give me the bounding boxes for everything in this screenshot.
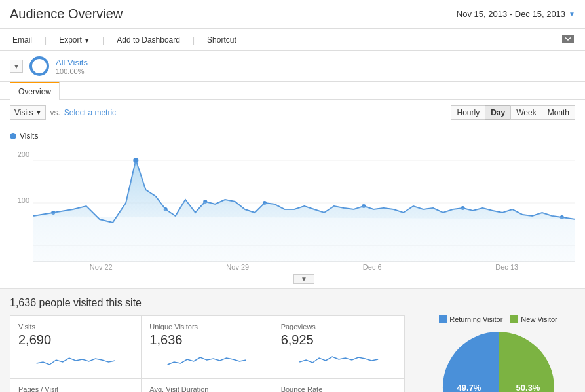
- chart-controls: Visits ▼ vs. Select a metric Hourly Day …: [0, 100, 585, 125]
- segment-toggle-button[interactable]: ▼: [10, 60, 23, 73]
- visits-legend-dot: [10, 133, 16, 139]
- select-metric-link[interactable]: Select a metric: [64, 108, 116, 117]
- tab-overview[interactable]: Overview: [10, 82, 60, 100]
- shortcut-button[interactable]: Shortcut: [204, 34, 239, 46]
- email-button[interactable]: Email: [10, 34, 35, 46]
- x-label-nov29: Nov 29: [226, 263, 249, 271]
- new-label: New Visitor: [521, 315, 557, 323]
- metric-avg-duration: Avg. Visit Duration 00:03:38: [142, 379, 273, 392]
- metric-unique-value: 1,636: [149, 332, 264, 347]
- new-color: [510, 315, 518, 323]
- metric-unique: Unique Visitors 1,636: [142, 316, 273, 379]
- metric-pageviews-label: Pageviews: [281, 323, 396, 330]
- metric-visits-label: Visits: [18, 323, 133, 330]
- pie-section: Returning Visitor New Visitor: [418, 315, 575, 392]
- date-range-arrow-icon[interactable]: ▼: [569, 10, 575, 18]
- overview-tab-bar: Overview: [0, 82, 585, 100]
- pie-chart: 49.7% 50.3%: [440, 329, 557, 392]
- page-title: Audience Overview: [10, 7, 123, 22]
- metric-pages-visit-label: Pages / Visit: [18, 385, 133, 392]
- chart-legend: Visits: [10, 132, 575, 141]
- metric-visits: Visits 2,690: [10, 316, 142, 379]
- metric-pageviews-value: 6,925: [281, 332, 396, 347]
- visits-chart: [33, 144, 575, 262]
- chart-scroll-button[interactable]: ▼: [293, 274, 314, 284]
- toolbar-separator-1: |: [45, 35, 47, 45]
- segment-percentage: 100.00%: [56, 67, 88, 75]
- chart-container: Visits 200 100: [0, 125, 585, 262]
- metrics-table: Visits 2,690 Unique Visitors 1,636 Pagev…: [10, 315, 405, 392]
- pie-chart-container: 49.7% 50.3%: [421, 329, 575, 392]
- toolbar: Email | Export ▼ | Add to Dashboard | Sh…: [0, 29, 585, 51]
- returning-legend: Returning Visitor: [439, 315, 502, 323]
- metric-pageviews: Pageviews 6,925: [273, 316, 404, 379]
- returning-color: [439, 315, 447, 323]
- metric-visits-value: 2,690: [18, 332, 133, 347]
- month-button[interactable]: Month: [542, 105, 575, 120]
- x-axis: Nov 22 Nov 29 Dec 6 Dec 13: [0, 262, 585, 272]
- metric-dropdown[interactable]: Visits ▼: [10, 105, 46, 120]
- segment-name[interactable]: All Visits: [56, 58, 88, 67]
- y-label-200: 200: [18, 151, 29, 158]
- new-pct-label: 50.3%: [516, 383, 540, 392]
- metric-unique-label: Unique Visitors: [149, 323, 264, 330]
- metric-bounce: Bounce Rate 56.54%: [273, 379, 404, 392]
- stats-section: 1,636 people visited this site Visits 2,…: [0, 288, 585, 392]
- y-label-100: 100: [18, 196, 29, 204]
- metric-bounce-label: Bounce Rate: [281, 385, 396, 392]
- x-label-nov22: Nov 22: [90, 263, 113, 271]
- x-label-dec13: Dec 13: [495, 263, 518, 271]
- vs-label: vs.: [50, 108, 60, 117]
- help-icon[interactable]: [561, 33, 575, 46]
- add-dashboard-button[interactable]: Add to Dashboard: [114, 34, 183, 46]
- hourly-button[interactable]: Hourly: [451, 105, 485, 120]
- export-arrow-icon: ▼: [84, 37, 90, 44]
- visits-sparkline: [18, 350, 133, 370]
- header: Audience Overview Nov 15, 2013 - Dec 15,…: [0, 0, 585, 29]
- metric-arrow-icon: ▼: [35, 109, 41, 116]
- metrics-grid: Visits 2,690 Unique Visitors 1,636 Pagev…: [10, 315, 405, 392]
- unique-sparkline: [149, 350, 264, 370]
- segment-info: All Visits 100.00%: [56, 58, 88, 75]
- export-button[interactable]: Export ▼: [56, 34, 92, 46]
- pie-legend: Returning Visitor New Visitor: [421, 315, 575, 323]
- stats-title: 1,636 people visited this site: [10, 297, 575, 309]
- returning-pct-label: 49.7%: [457, 383, 481, 392]
- metric-avg-duration-label: Avg. Visit Duration: [149, 385, 264, 392]
- date-range-text: Nov 15, 2013 - Dec 15, 2013: [457, 9, 565, 19]
- returning-label: Returning Visitor: [449, 315, 502, 323]
- date-range[interactable]: Nov 15, 2013 - Dec 15, 2013 ▼: [457, 9, 575, 19]
- toolbar-separator-2: |: [102, 35, 104, 45]
- new-legend: New Visitor: [510, 315, 557, 323]
- time-period-buttons: Hourly Day Week Month: [451, 105, 575, 120]
- week-button[interactable]: Week: [510, 105, 542, 120]
- chart-scroll: ▼: [0, 272, 585, 288]
- stats-content: Visits 2,690 Unique Visitors 1,636 Pagev…: [10, 315, 575, 392]
- pageviews-sparkline: [281, 350, 396, 370]
- segment-bar: ▼ All Visits 100.00%: [0, 51, 585, 82]
- day-button[interactable]: Day: [485, 105, 511, 120]
- segment-circle-icon: [29, 56, 49, 76]
- chevron-down-icon: ▼: [13, 63, 20, 70]
- chart-legend-label: Visits: [20, 132, 38, 141]
- x-label-dec6: Dec 6: [363, 263, 382, 271]
- metric-selector: Visits ▼ vs. Select a metric: [10, 105, 116, 120]
- toolbar-separator-3: |: [193, 35, 195, 45]
- metric-pages-visit: Pages / Visit 2.57: [10, 379, 142, 392]
